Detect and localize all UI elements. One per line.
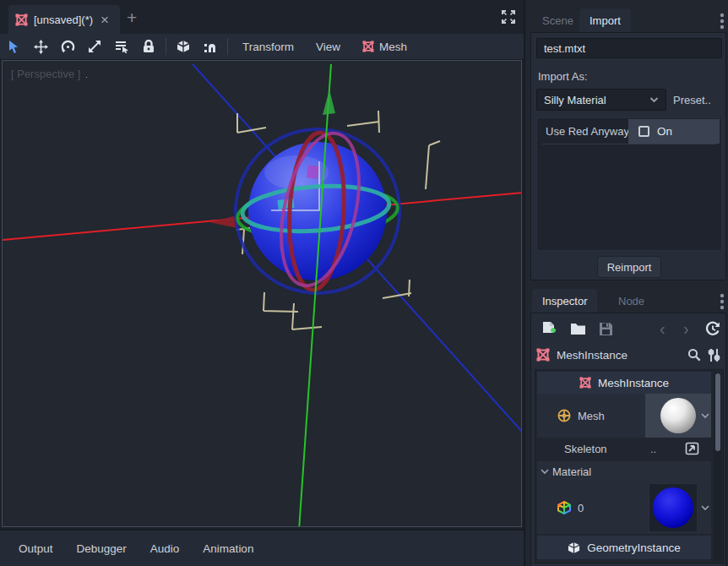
- material-thumbnail-cell[interactable]: [649, 483, 698, 532]
- view-menu[interactable]: View: [305, 34, 351, 59]
- new-scene-tab-button[interactable]: +: [127, 8, 137, 28]
- import-options-well: Use Red Anyway On: [536, 117, 722, 251]
- import-property-row: Use Red Anyway On: [539, 120, 720, 144]
- material-sphere-preview: [653, 487, 693, 528]
- scene-tab[interactable]: [unsaved](*) ×: [8, 5, 120, 34]
- right-dock: Scene Import test.mtxt Import As: Silly …: [524, 0, 728, 566]
- property-value-label: On: [657, 125, 672, 138]
- history-forward-icon[interactable]: ›: [683, 318, 689, 339]
- inspected-object-name: MeshInstance: [557, 349, 681, 362]
- new-resource-icon[interactable]: [541, 318, 557, 339]
- reimport-button[interactable]: Reimport: [597, 256, 661, 278]
- inspector-dock-tabs: Inspector Node: [525, 289, 728, 313]
- material-slot-row: 0: [537, 482, 711, 534]
- move-tool-button[interactable]: [27, 34, 54, 59]
- inspected-object-row: MeshInstance: [536, 344, 720, 366]
- y-axis-arrow: [323, 90, 335, 115]
- import-filename-field: test.mtxt: [536, 38, 722, 58]
- dock-menu-dots-icon[interactable]: [720, 293, 725, 310]
- node-path-assign-icon[interactable]: [685, 442, 699, 455]
- class-header-meshinstance[interactable]: MeshInstance: [537, 372, 711, 394]
- animation-panel-button[interactable]: Animation: [194, 537, 262, 560]
- chevron-down-icon: [649, 96, 659, 103]
- skeleton-property-value[interactable]: ..: [650, 443, 656, 455]
- mesh-instance-icon: [579, 377, 591, 389]
- expand-viewport-icon[interactable]: [501, 9, 516, 24]
- inspector-properties: MeshInstance Mesh Skeleton: [535, 369, 724, 563]
- inspector-panel: ‹ › MeshInstance: [530, 313, 726, 566]
- mesh-sphere-preview: [660, 398, 696, 433]
- checkbox-icon[interactable]: [638, 126, 649, 137]
- import-dock-tabs: Scene Import: [525, 8, 728, 32]
- mesh-instance-icon: [15, 14, 28, 26]
- close-icon[interactable]: ×: [101, 13, 109, 27]
- viewport-3d[interactable]: [ Perspective ]: [2, 60, 522, 527]
- mesh-resource-icon: [557, 409, 571, 422]
- tab-inspector[interactable]: Inspector: [532, 289, 597, 313]
- save-resource-icon[interactable]: [599, 318, 613, 339]
- local-space-cube-icon[interactable]: [170, 34, 197, 59]
- material-resource-icon: [557, 501, 571, 514]
- mesh-menu[interactable]: Mesh: [351, 34, 418, 59]
- inspector-scrollbar[interactable]: [714, 372, 721, 561]
- dock-menu-dots-icon[interactable]: [720, 13, 725, 30]
- scene-tab-bar: [unsaved](*) × +: [0, 0, 524, 34]
- godot-editor-window: [unsaved](*) × +: [0, 0, 728, 566]
- importer-dropdown[interactable]: Silly Material: [536, 89, 666, 111]
- audio-panel-button[interactable]: Audio: [142, 537, 188, 560]
- scale-tool-button[interactable]: [81, 34, 108, 59]
- tab-import[interactable]: Import: [579, 8, 631, 32]
- mesh-instance-icon: [362, 41, 374, 52]
- chevron-down-icon[interactable]: [701, 504, 709, 511]
- material-section-header[interactable]: Material: [537, 461, 711, 482]
- load-resource-folder-icon[interactable]: [570, 318, 586, 339]
- lock-icon[interactable]: [135, 34, 162, 59]
- mesh-property-label: Mesh: [578, 410, 605, 422]
- history-back-icon[interactable]: ‹: [660, 318, 666, 339]
- skeleton-property-row: Skeleton ..: [537, 438, 711, 461]
- property-value-cell[interactable]: On: [628, 119, 720, 144]
- tab-node[interactable]: Node: [608, 289, 655, 313]
- gizmo-overlay: [3, 61, 522, 527]
- import-as-label: Import As:: [538, 70, 588, 83]
- list-select-tool-button[interactable]: [108, 34, 135, 59]
- rotate-tool-button[interactable]: [54, 34, 81, 59]
- camera-perspective-label[interactable]: [ Perspective ]: [11, 68, 80, 80]
- snap-toggle-icon[interactable]: [197, 34, 224, 59]
- select-tool-button[interactable]: [0, 34, 27, 59]
- chevron-down-icon: [541, 468, 549, 475]
- bottom-panel-bar: Output Debugger Audio Animation: [0, 529, 524, 566]
- chevron-down-icon[interactable]: [701, 412, 709, 419]
- toolbar-separator: [227, 38, 228, 55]
- preset-button[interactable]: Preset..: [673, 94, 711, 106]
- toolbar-separator: [166, 38, 166, 55]
- object-history-icon[interactable]: [705, 318, 720, 339]
- debugger-panel-button[interactable]: Debugger: [68, 537, 135, 560]
- scrollbar-thumb[interactable]: [715, 373, 720, 451]
- transform-menu[interactable]: Transform: [231, 34, 305, 59]
- mesh-instance-icon: [536, 348, 550, 362]
- material-slot-label: 0: [578, 502, 584, 514]
- import-panel: test.mtxt Import As: Silly Material Pres…: [530, 32, 726, 280]
- scene-tab-title: [unsaved](*): [34, 14, 93, 26]
- property-name-label: Use Red Anyway: [546, 125, 629, 138]
- spatial-toolbar: Transform View Mesh: [0, 34, 524, 60]
- mesh-property-row: Mesh: [537, 394, 711, 438]
- skeleton-property-label: Skeleton: [564, 443, 607, 455]
- output-panel-button[interactable]: Output: [10, 537, 62, 560]
- cube-icon: [568, 542, 580, 554]
- search-icon[interactable]: [687, 348, 701, 362]
- tab-scene[interactable]: Scene: [532, 8, 584, 32]
- property-tools-icon[interactable]: [708, 348, 720, 362]
- x-axis-arrow: [209, 215, 237, 228]
- class-header-geometryinstance[interactable]: GeometryInstance: [537, 536, 711, 559]
